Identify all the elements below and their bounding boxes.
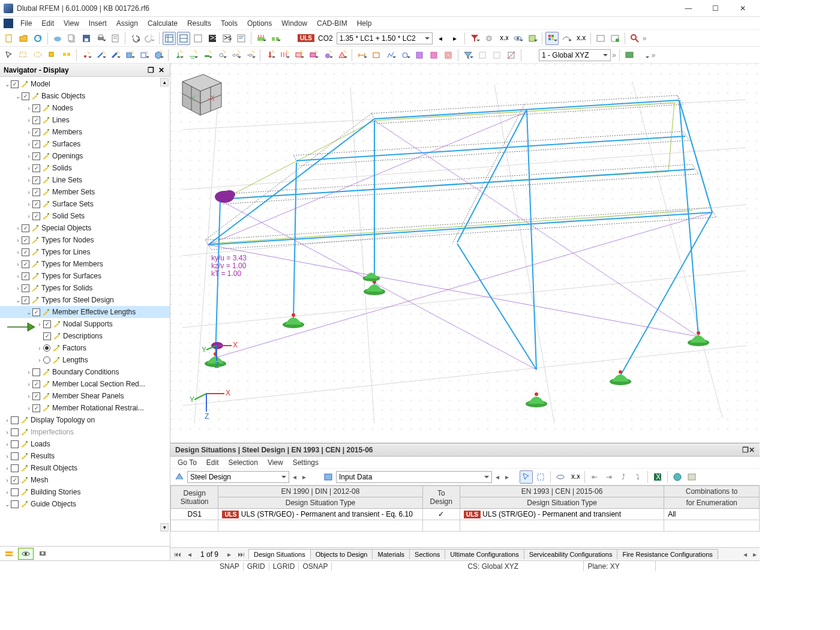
tree-item-openings[interactable]: ›Openings	[0, 150, 170, 162]
tree-item-mesh[interactable]: ›Mesh	[0, 474, 170, 486]
table-row[interactable]: DS1 ULS ULS (STR/GEO) - Permanent and tr…	[171, 509, 760, 520]
eye-icon[interactable]	[511, 32, 524, 45]
member-new-icon[interactable]	[109, 49, 122, 62]
menu-window[interactable]: Window	[277, 18, 312, 29]
tree-item-guide-objects[interactable]: ⌄Guide Objects	[0, 498, 170, 510]
bp-tab-objects-to-design[interactable]: Objects to Design	[310, 549, 373, 559]
tree-item-member-sets[interactable]: ›Member Sets	[0, 186, 170, 198]
bp-row-add-icon[interactable]: ⇤	[588, 470, 601, 484]
menu-tools[interactable]: Tools	[216, 18, 242, 29]
bp-menu-go-to[interactable]: Go To	[173, 458, 202, 467]
tree-item-display-topology-on[interactable]: ›Display Topology on	[0, 414, 170, 426]
bp-excel-icon[interactable]: X	[651, 470, 664, 484]
hinge-2-icon[interactable]	[229, 49, 242, 62]
tree-item-results[interactable]: ›Results	[0, 450, 170, 462]
clip-off-icon[interactable]	[505, 49, 518, 62]
tree-item-member-local-section-red-[interactable]: ›Member Local Section Red...	[0, 378, 170, 390]
bp-settings-icon[interactable]	[685, 470, 698, 484]
result-diag-icon[interactable]	[384, 49, 397, 62]
member-show-icon[interactable]	[560, 32, 573, 45]
app-menu-icon[interactable]	[4, 19, 13, 28]
tabs-scroll-right-icon[interactable]: ▸	[750, 550, 760, 559]
dim-linear-icon[interactable]	[355, 49, 368, 62]
coord-system-selector[interactable]: 1 - Global XYZ	[539, 49, 611, 61]
nav-tab-data-icon[interactable]	[1, 548, 17, 560]
bp-menu-selection[interactable]: Selection	[224, 458, 263, 467]
status-snap[interactable]: SNAP	[216, 562, 244, 571]
menu-cad-bim[interactable]: CAD-BIM	[312, 18, 352, 29]
navigation-cube-icon[interactable]: -Y -X	[170, 64, 230, 124]
select-rect-icon[interactable]	[17, 49, 30, 62]
tree-item-solid-sets[interactable]: ›Solid Sets	[0, 210, 170, 222]
result-probe-icon[interactable]	[398, 49, 412, 62]
last-page-icon[interactable]: ⏭	[236, 550, 246, 559]
vis-1-icon[interactable]	[482, 32, 496, 45]
load-area-icon[interactable]	[292, 49, 305, 62]
redo-icon[interactable]	[143, 32, 156, 45]
select-by-icon[interactable]	[46, 49, 59, 62]
bp-close-icon[interactable]: ✕	[749, 446, 755, 454]
bp-tab-fire-resistance-configurations[interactable]: Fire Resistance Configurations	[617, 549, 718, 559]
menu-view[interactable]: View	[59, 18, 84, 29]
tree-item-model[interactable]: ⌄Model	[0, 78, 170, 90]
bottom-panel-table[interactable]: Design Situation EN 1990 | DIN | 2012-08…	[170, 485, 760, 547]
scroll-down-icon[interactable]: ▾	[160, 523, 169, 532]
tree-item-result-objects[interactable]: ›Result Objects	[0, 462, 170, 474]
surface-new-icon[interactable]	[123, 49, 136, 62]
bp-pick-icon[interactable]	[520, 470, 533, 484]
display-settings-icon[interactable]	[623, 49, 636, 62]
menu-file[interactable]: File	[16, 18, 37, 29]
options-2-icon[interactable]	[608, 32, 622, 45]
bp-globe-icon[interactable]	[671, 470, 684, 484]
menu-results[interactable]: Results	[182, 18, 216, 29]
next-combo-icon[interactable]: ▸	[448, 32, 461, 45]
prev-combo-icon[interactable]: ◂	[434, 32, 447, 45]
bp-row-dn-icon[interactable]: ⤵	[631, 470, 644, 484]
table2-icon[interactable]	[177, 32, 190, 45]
tree-item-surface-sets[interactable]: ›Surface Sets	[0, 198, 170, 210]
console-icon[interactable]: >>	[206, 32, 219, 45]
clip-back-icon[interactable]	[490, 49, 503, 62]
tree-item-types-for-nodes[interactable]: ›Types for Nodes	[0, 234, 170, 246]
load-line-icon[interactable]	[278, 49, 291, 62]
line-new-icon[interactable]	[94, 49, 107, 62]
bp-menu-settings[interactable]: Settings	[288, 458, 323, 467]
table1-icon[interactable]	[163, 32, 176, 45]
cube-settings-icon[interactable]	[526, 32, 539, 45]
close-button[interactable]: ✕	[729, 2, 756, 14]
opening-new-icon[interactable]	[137, 49, 151, 62]
support-3-icon[interactable]	[200, 49, 214, 62]
refresh-icon[interactable]	[31, 32, 44, 45]
report-icon[interactable]	[109, 32, 122, 45]
tree-item-member-rotational-restrai-[interactable]: ›Member Rotational Restrai...	[0, 402, 170, 414]
menu-options[interactable]: Options	[242, 18, 277, 29]
tree-item-member-effective-lengths[interactable]: ⌄Member Effective Lengths	[0, 306, 170, 318]
bp-data-selector[interactable]: Input Data	[336, 471, 492, 483]
menu-calculate[interactable]: Calculate	[143, 18, 182, 29]
grid-color-icon[interactable]	[545, 32, 559, 45]
menu-assign[interactable]: Assign	[112, 18, 143, 29]
support-2-icon[interactable]	[186, 49, 199, 62]
blank-icon[interactable]	[283, 32, 296, 45]
bp-design-icon[interactable]	[173, 470, 186, 484]
tree-item-solids[interactable]: ›Solids	[0, 162, 170, 174]
load-combo-selector[interactable]: 1.35 * LC1 + 1.50 * LC2	[337, 32, 433, 44]
table3-icon[interactable]	[191, 32, 205, 45]
status-lgrid[interactable]: LGRID	[269, 562, 299, 571]
tree-item-boundary-conditions[interactable]: ›Boundary Conditions	[0, 366, 170, 378]
bp-pick2-icon[interactable]	[534, 470, 547, 484]
cloud-icon[interactable]	[51, 32, 64, 45]
tree-item-types-for-lines[interactable]: ›Types for Lines	[0, 246, 170, 258]
tree-item-line-sets[interactable]: ›Line Sets	[0, 174, 170, 186]
script-icon[interactable]: >sc	[220, 32, 233, 45]
tree-item-types-for-members[interactable]: ›Types for Members	[0, 258, 170, 270]
select-related-icon[interactable]	[60, 49, 73, 62]
undock-icon[interactable]: ❐	[146, 65, 155, 75]
label-xxx-icon[interactable]: x.xx	[497, 32, 510, 45]
tree-item-imperfections[interactable]: ›Imperfections	[0, 426, 170, 438]
load-gen-icon[interactable]	[335, 49, 349, 62]
result-iso-icon[interactable]	[427, 49, 440, 62]
undo-icon[interactable]	[128, 32, 142, 45]
bp-undock-icon[interactable]: ❐	[742, 446, 749, 454]
bp-next-data-icon[interactable]: ▸	[503, 473, 511, 481]
